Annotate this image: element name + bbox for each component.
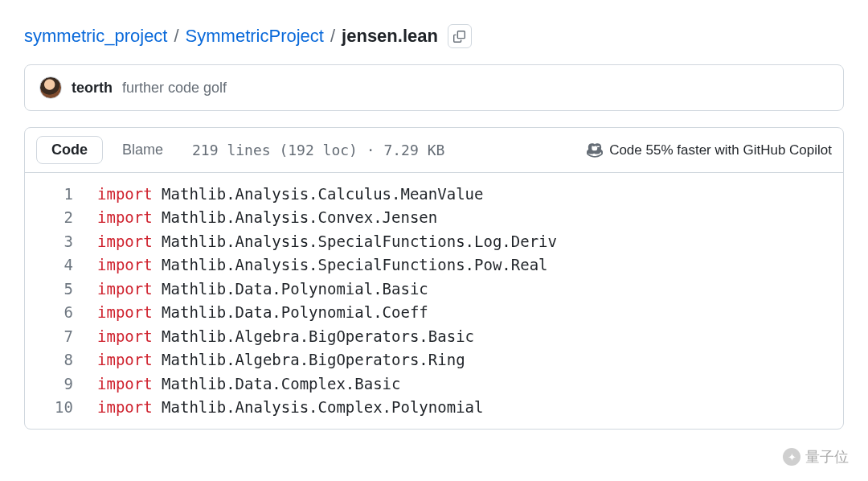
code-text: import Mathlib.Analysis.Calculus.MeanVal… bbox=[97, 183, 483, 206]
copy-icon bbox=[453, 31, 465, 43]
watermark: ✦ 量子位 bbox=[783, 447, 849, 467]
line-number[interactable]: 2 bbox=[25, 206, 97, 229]
code-line: 10import Mathlib.Analysis.Complex.Polyno… bbox=[25, 396, 843, 419]
line-number[interactable]: 7 bbox=[25, 325, 97, 348]
code-text: import Mathlib.Algebra.BigOperators.Basi… bbox=[97, 325, 474, 348]
line-number[interactable]: 5 bbox=[25, 278, 97, 301]
view-toggle: Code Blame bbox=[36, 136, 178, 164]
latest-commit-bar[interactable]: teorth further code golf bbox=[24, 64, 844, 111]
code-text: import Mathlib.Analysis.Convex.Jensen bbox=[97, 206, 437, 229]
file-toolbar: Code Blame 219 lines (192 loc) · 7.29 KB… bbox=[25, 128, 843, 173]
commit-author[interactable]: teorth bbox=[72, 80, 113, 97]
code-line: 7import Mathlib.Algebra.BigOperators.Bas… bbox=[25, 325, 843, 348]
code-area: 1import Mathlib.Analysis.Calculus.MeanVa… bbox=[25, 173, 843, 429]
breadcrumb-sep: / bbox=[174, 26, 178, 47]
code-text: import Mathlib.Data.Polynomial.Basic bbox=[97, 278, 428, 301]
code-line: 4import Mathlib.Analysis.SpecialFunction… bbox=[25, 253, 843, 277]
avatar[interactable] bbox=[39, 76, 62, 99]
code-text: import Mathlib.Algebra.BigOperators.Ring bbox=[97, 348, 465, 372]
line-number[interactable]: 10 bbox=[25, 396, 97, 419]
copilot-text: Code 55% faster with GitHub Copilot bbox=[609, 142, 832, 158]
code-text: import Mathlib.Data.Complex.Basic bbox=[97, 372, 401, 396]
line-number[interactable]: 9 bbox=[25, 372, 97, 396]
code-line: 1import Mathlib.Analysis.Calculus.MeanVa… bbox=[25, 183, 843, 206]
code-line: 3import Mathlib.Analysis.SpecialFunction… bbox=[25, 230, 843, 253]
copy-path-button[interactable] bbox=[448, 24, 472, 48]
breadcrumb-file: jensen.lean bbox=[342, 26, 438, 47]
code-line: 2import Mathlib.Analysis.Convex.Jensen bbox=[25, 206, 843, 229]
code-line: 5import Mathlib.Data.Polynomial.Basic bbox=[25, 278, 843, 301]
line-number[interactable]: 6 bbox=[25, 301, 97, 324]
breadcrumb: symmetric_project / SymmetricProject / j… bbox=[0, 0, 868, 64]
code-text: import Mathlib.Data.Polynomial.Coeff bbox=[97, 301, 428, 324]
commit-message[interactable]: further code golf bbox=[122, 80, 227, 97]
line-number[interactable]: 4 bbox=[25, 253, 97, 277]
breadcrumb-sep: / bbox=[330, 26, 335, 47]
line-number[interactable]: 8 bbox=[25, 348, 97, 372]
line-number[interactable]: 1 bbox=[25, 183, 97, 206]
breadcrumb-repo[interactable]: symmetric_project bbox=[24, 26, 167, 47]
code-line: 9import Mathlib.Data.Complex.Basic bbox=[25, 372, 843, 396]
code-text: import Mathlib.Analysis.Complex.Polynomi… bbox=[97, 396, 483, 419]
breadcrumb-folder[interactable]: SymmetricProject bbox=[186, 26, 324, 47]
code-text: import Mathlib.Analysis.SpecialFunctions… bbox=[97, 230, 557, 253]
code-text: import Mathlib.Analysis.SpecialFunctions… bbox=[97, 253, 548, 277]
wechat-icon: ✦ bbox=[783, 448, 800, 466]
tab-blame[interactable]: Blame bbox=[108, 137, 178, 163]
code-line: 8import Mathlib.Algebra.BigOperators.Rin… bbox=[25, 348, 843, 372]
file-meta: 219 lines (192 loc) · 7.29 KB bbox=[192, 142, 444, 158]
copilot-promo[interactable]: Code 55% faster with GitHub Copilot bbox=[587, 142, 832, 158]
line-number[interactable]: 3 bbox=[25, 230, 97, 253]
copilot-icon bbox=[587, 142, 603, 158]
file-panel: Code Blame 219 lines (192 loc) · 7.29 KB… bbox=[24, 127, 844, 430]
code-line: 6import Mathlib.Data.Polynomial.Coeff bbox=[25, 301, 843, 324]
watermark-text: 量子位 bbox=[805, 447, 849, 467]
tab-code[interactable]: Code bbox=[36, 136, 103, 164]
